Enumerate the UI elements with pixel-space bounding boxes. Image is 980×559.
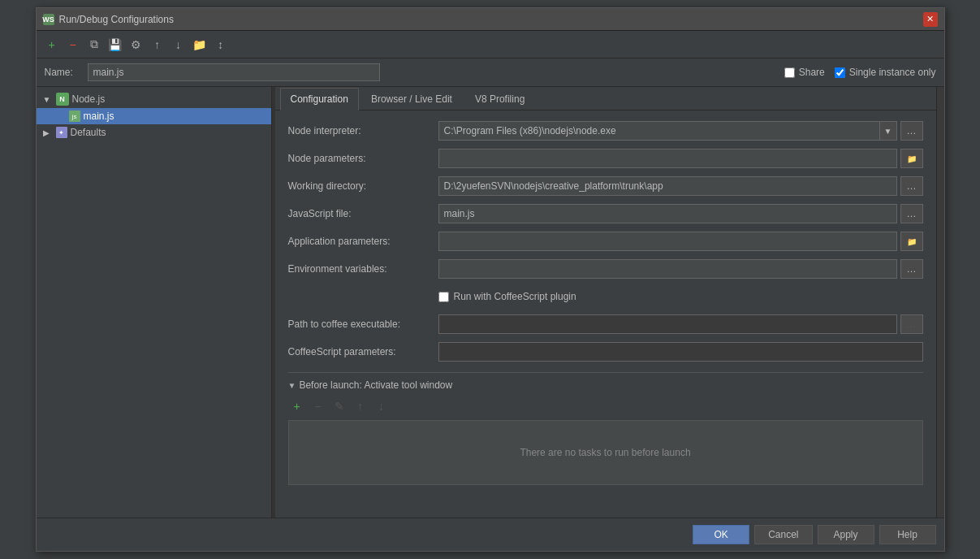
save-button[interactable]: 💾 [106,36,124,54]
before-launch-header: ▼ Before launch: Activate tool window [288,379,923,391]
app-parameters-label: Application parameters: [288,236,438,247]
app-parameters-browse-btn[interactable]: 📁 [900,232,923,251]
expand-arrow-defaults: ▶ [43,128,53,137]
env-variables-row: Environment variables: … [288,258,923,280]
apply-button[interactable]: Apply [818,525,874,544]
before-launch-empty-message: There are no tasks to run before launch [520,447,690,458]
folder-button[interactable]: 📁 [191,36,209,54]
before-launch-section: ▼ Before launch: Activate tool window + … [288,372,923,485]
remove-button[interactable]: − [64,36,82,54]
close-button[interactable]: ✕ [923,12,938,27]
single-instance-checkbox[interactable] [835,67,845,78]
main-toolbar: + − ⧉ 💾 ⚙ ↑ ↓ 📁 ↕ [37,31,944,58]
tab-v8-profiling[interactable]: V8 Profiling [464,88,535,110]
coffee-path-label: Path to coffee executable: [288,318,438,330]
before-launch-title: Before launch: Activate tool window [299,379,452,391]
coffeescript-checkbox[interactable] [438,292,449,302]
coffee-params-row: CoffeeScript parameters: [288,341,923,362]
config-panel: Node interpreter: ▼ … Node parameters: [275,110,936,518]
javascript-file-browse-btn[interactable]: … [900,204,923,223]
coffee-params-label: CoffeeScript parameters: [288,346,438,358]
share-checkbox[interactable] [784,67,795,78]
before-launch-down-btn[interactable]: ↓ [373,397,391,415]
tree-item-mainjs[interactable]: js main.js [37,108,271,124]
working-directory-row: Working directory: … [288,176,923,197]
working-directory-input[interactable] [438,176,897,196]
coffee-path-row: Path to coffee executable: … [288,314,923,335]
right-panel: Configuration Browser / Live Edit V8 Pro… [275,87,936,518]
copy-button[interactable]: ⧉ [85,36,103,54]
node-parameters-row: Node parameters: 📁 [288,148,923,169]
settings-button[interactable]: ⚙ [127,36,145,54]
right-scrollbar[interactable] [936,87,944,518]
before-launch-edit-btn[interactable]: ✎ [330,397,348,415]
title-bar: WS Run/Debug Configurations ✕ [37,8,944,31]
before-launch-add-btn[interactable]: + [288,397,306,415]
javascript-file-input[interactable] [438,204,897,223]
tab-bar: Configuration Browser / Live Edit V8 Pro… [275,87,936,110]
name-row: Name: Share Single instance only [37,58,944,87]
node-parameters-browse-btn[interactable]: 📁 [900,149,923,168]
env-variables-input[interactable] [438,259,897,279]
move-down-button[interactable]: ↓ [170,36,188,54]
name-label: Name: [45,67,81,78]
expand-arrow-nodejs: ▼ [43,95,53,104]
mainjs-label: main.js [84,110,114,122]
defaults-icon: ✦ [56,127,67,138]
before-launch-up-btn[interactable]: ↑ [352,397,369,415]
app-parameters-row: Application parameters: 📁 [288,231,923,252]
javascript-file-row: JavaScript file: … [288,203,923,224]
javascript-file-label: JavaScript file: [288,208,438,219]
node-interpreter-browse-btn[interactable]: … [900,121,923,141]
coffeescript-label: Run with CoffeeScript plugin [454,291,576,302]
cancel-button[interactable]: Cancel [754,525,812,544]
env-variables-label: Environment variables: [288,263,438,275]
file-icon: js [69,110,80,122]
before-launch-content: There are no tasks to run before launch [288,420,923,485]
tab-browser-live-edit[interactable]: Browser / Live Edit [360,88,463,110]
app-icon: WS [43,14,54,25]
bottom-buttons: OK Cancel Apply Help [37,518,944,551]
node-interpreter-dropdown-btn[interactable]: ▼ [879,121,897,141]
coffeescript-checkbox-row: Run with CoffeeScript plugin [288,286,923,307]
dialog-title: Run/Debug Configurations [59,14,174,25]
share-option: Share [784,67,825,78]
working-directory-browse-btn[interactable]: … [900,176,923,196]
nodejs-icon: N [56,93,69,106]
node-interpreter-label: Node interpreter: [288,125,438,136]
sort-button[interactable]: ↕ [212,36,230,54]
ok-button[interactable]: OK [693,525,749,544]
working-directory-label: Working directory: [288,180,438,192]
tab-configuration[interactable]: Configuration [280,88,359,110]
coffee-path-input[interactable] [438,314,897,334]
coffee-path-browse-btn[interactable]: … [900,314,923,334]
app-parameters-input[interactable] [438,232,897,251]
coffee-params-input[interactable] [438,342,923,362]
single-instance-option: Single instance only [835,67,936,78]
tree-item-defaults[interactable]: ▶ ✦ Defaults [37,124,271,141]
share-label: Share [799,67,825,78]
nodejs-label: Node.js [72,93,106,105]
left-panel: ▼ N Node.js js main.js ▶ ✦ Defaults [37,87,272,518]
move-up-button[interactable]: ↑ [149,36,166,54]
name-input[interactable] [88,63,380,81]
before-launch-collapse-arrow[interactable]: ▼ [288,381,296,390]
help-button[interactable]: Help [879,525,936,544]
defaults-label: Defaults [71,127,106,138]
env-variables-browse-btn[interactable]: … [900,259,923,279]
node-parameters-input[interactable] [438,149,897,168]
node-interpreter-input[interactable] [438,121,879,141]
before-launch-remove-btn[interactable]: − [309,397,327,415]
add-button[interactable]: + [43,36,61,54]
single-instance-label: Single instance only [849,67,936,78]
node-parameters-label: Node parameters: [288,153,438,164]
before-launch-toolbar: + − ✎ ↑ ↓ [288,397,923,415]
tree-item-nodejs[interactable]: ▼ N Node.js [37,90,271,108]
node-interpreter-row: Node interpreter: ▼ … [288,120,923,141]
